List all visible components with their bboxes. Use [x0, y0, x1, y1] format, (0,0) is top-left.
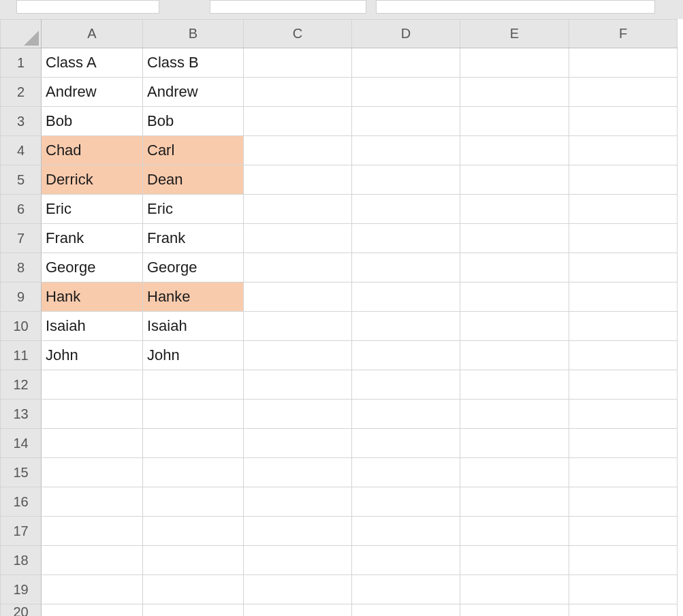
cell-B6[interactable]: Eric: [143, 195, 244, 224]
col-header-D[interactable]: D: [352, 20, 460, 48]
name-box[interactable]: [16, 0, 159, 14]
cell-A19[interactable]: [42, 575, 143, 604]
cell-B15[interactable]: [143, 458, 244, 487]
cell-E17[interactable]: [460, 517, 569, 546]
cell-B17[interactable]: [143, 517, 244, 546]
cell-A4[interactable]: Chad: [42, 136, 143, 165]
cell-C9[interactable]: [244, 282, 352, 312]
cell-F17[interactable]: [569, 517, 678, 546]
cell-E9[interactable]: [460, 282, 569, 312]
cell-B10[interactable]: Isaiah: [143, 312, 244, 341]
cell-A14[interactable]: [42, 429, 143, 458]
cell-F7[interactable]: [569, 224, 678, 253]
cell-B2[interactable]: Andrew: [143, 78, 244, 107]
row-header-19[interactable]: 19: [1, 575, 42, 604]
row-header-1[interactable]: 1: [1, 48, 42, 78]
select-all-corner[interactable]: [1, 20, 42, 48]
cell-D18[interactable]: [352, 546, 460, 575]
cell-E16[interactable]: [460, 487, 569, 517]
cell-A7[interactable]: Frank: [42, 224, 143, 253]
cell-A18[interactable]: [42, 546, 143, 575]
row-header-11[interactable]: 11: [1, 341, 42, 370]
cell-F12[interactable]: [569, 370, 678, 400]
cell-B1[interactable]: Class B: [143, 48, 244, 78]
cell-C1[interactable]: [244, 48, 352, 78]
cell-F9[interactable]: [569, 282, 678, 312]
cell-C11[interactable]: [244, 341, 352, 370]
cell-D20[interactable]: [352, 604, 460, 617]
cell-E10[interactable]: [460, 312, 569, 341]
cell-F11[interactable]: [569, 341, 678, 370]
cell-C3[interactable]: [244, 107, 352, 136]
cell-B12[interactable]: [143, 370, 244, 400]
row-header-20[interactable]: 20: [1, 604, 42, 617]
cell-F3[interactable]: [569, 107, 678, 136]
cell-D17[interactable]: [352, 517, 460, 546]
cell-D3[interactable]: [352, 107, 460, 136]
cell-F8[interactable]: [569, 253, 678, 282]
cell-B11[interactable]: John: [143, 341, 244, 370]
cell-D8[interactable]: [352, 253, 460, 282]
col-header-B[interactable]: B: [143, 20, 244, 48]
row-header-15[interactable]: 15: [1, 458, 42, 487]
cell-B19[interactable]: [143, 575, 244, 604]
cell-D14[interactable]: [352, 429, 460, 458]
cell-D10[interactable]: [352, 312, 460, 341]
row-header-16[interactable]: 16: [1, 487, 42, 517]
cell-B14[interactable]: [143, 429, 244, 458]
row-header-9[interactable]: 9: [1, 282, 42, 312]
cell-A8[interactable]: George: [42, 253, 143, 282]
cell-B7[interactable]: Frank: [143, 224, 244, 253]
cell-A9[interactable]: Hank: [42, 282, 143, 312]
cell-C15[interactable]: [244, 458, 352, 487]
cell-D11[interactable]: [352, 341, 460, 370]
cell-F16[interactable]: [569, 487, 678, 517]
cell-C19[interactable]: [244, 575, 352, 604]
row-header-18[interactable]: 18: [1, 546, 42, 575]
cell-A3[interactable]: Bob: [42, 107, 143, 136]
cell-A17[interactable]: [42, 517, 143, 546]
row-header-17[interactable]: 17: [1, 517, 42, 546]
cell-E3[interactable]: [460, 107, 569, 136]
cell-B5[interactable]: Dean: [143, 165, 244, 195]
cell-D19[interactable]: [352, 575, 460, 604]
row-header-14[interactable]: 14: [1, 429, 42, 458]
cell-E12[interactable]: [460, 370, 569, 400]
cell-F14[interactable]: [569, 429, 678, 458]
cell-A10[interactable]: Isaiah: [42, 312, 143, 341]
cell-B9[interactable]: Hanke: [143, 282, 244, 312]
cell-C10[interactable]: [244, 312, 352, 341]
cell-A1[interactable]: Class A: [42, 48, 143, 78]
cell-D13[interactable]: [352, 400, 460, 429]
row-header-7[interactable]: 7: [1, 224, 42, 253]
cell-E13[interactable]: [460, 400, 569, 429]
cell-A12[interactable]: [42, 370, 143, 400]
row-header-10[interactable]: 10: [1, 312, 42, 341]
cell-D9[interactable]: [352, 282, 460, 312]
cell-C18[interactable]: [244, 546, 352, 575]
cell-B13[interactable]: [143, 400, 244, 429]
cell-D6[interactable]: [352, 195, 460, 224]
cell-D15[interactable]: [352, 458, 460, 487]
row-header-8[interactable]: 8: [1, 253, 42, 282]
cell-E1[interactable]: [460, 48, 569, 78]
cell-F2[interactable]: [569, 78, 678, 107]
row-header-13[interactable]: 13: [1, 400, 42, 429]
cell-A15[interactable]: [42, 458, 143, 487]
cell-D7[interactable]: [352, 224, 460, 253]
cell-B18[interactable]: [143, 546, 244, 575]
cell-F5[interactable]: [569, 165, 678, 195]
col-header-E[interactable]: E: [460, 20, 569, 48]
cell-E20[interactable]: [460, 604, 569, 617]
cell-C16[interactable]: [244, 487, 352, 517]
cell-B8[interactable]: George: [143, 253, 244, 282]
col-header-F[interactable]: F: [569, 20, 678, 48]
cell-F4[interactable]: [569, 136, 678, 165]
cell-E8[interactable]: [460, 253, 569, 282]
cell-C17[interactable]: [244, 517, 352, 546]
row-header-6[interactable]: 6: [1, 195, 42, 224]
cell-F15[interactable]: [569, 458, 678, 487]
row-header-5[interactable]: 5: [1, 165, 42, 195]
cell-B20[interactable]: [143, 604, 244, 617]
cell-F13[interactable]: [569, 400, 678, 429]
